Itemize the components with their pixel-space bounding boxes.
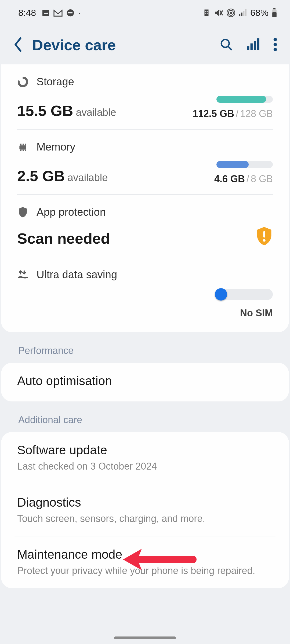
dnd-icon bbox=[66, 9, 75, 17]
svg-rect-16 bbox=[273, 8, 276, 9]
auto-optimisation-row[interactable]: Auto optimisation bbox=[1, 363, 289, 401]
no-sim-text: No SIM bbox=[17, 308, 273, 319]
sim-icon bbox=[202, 9, 211, 17]
status-left: 8:48 · bbox=[18, 8, 81, 18]
signal-icon bbox=[238, 9, 247, 17]
gmail-icon bbox=[53, 9, 63, 17]
storage-icon bbox=[17, 76, 28, 87]
svg-rect-21 bbox=[247, 46, 249, 50]
hotspot-icon bbox=[227, 9, 235, 17]
memory-suffix: available bbox=[67, 172, 108, 183]
svg-point-26 bbox=[274, 43, 277, 46]
svg-point-6 bbox=[207, 13, 208, 14]
svg-rect-24 bbox=[257, 38, 259, 50]
mute-icon bbox=[214, 9, 223, 17]
additional-card: Software update Last checked on 3 Octobe… bbox=[1, 432, 289, 588]
protection-label: App protection bbox=[37, 206, 106, 218]
protection-status: Scan needed bbox=[17, 230, 110, 247]
auto-opt-card: Auto optimisation bbox=[1, 363, 289, 401]
summary-card: Storage 15.5 GBavailable 112.5 GB/128 GB… bbox=[1, 64, 289, 332]
performance-header: Performance bbox=[0, 332, 290, 363]
additional-header: Additional care bbox=[0, 401, 290, 432]
svg-point-5 bbox=[205, 13, 206, 14]
ultra-label: Ultra data saving bbox=[37, 269, 117, 281]
data-saving-icon bbox=[17, 269, 28, 280]
software-title: Software update bbox=[17, 443, 273, 457]
ultra-row[interactable]: Ultra data saving No SIM bbox=[1, 257, 289, 332]
shield-icon bbox=[17, 207, 28, 218]
svg-rect-23 bbox=[254, 41, 256, 50]
svg-line-20 bbox=[228, 46, 231, 50]
storage-usage: 112.5 GB/128 GB bbox=[193, 108, 273, 119]
memory-value: 2.5 GB bbox=[17, 167, 65, 184]
diagnostics-title: Diagnostics bbox=[17, 495, 273, 510]
overflow-button[interactable] bbox=[273, 38, 277, 52]
battery-icon bbox=[272, 8, 277, 17]
ultra-toggle[interactable] bbox=[216, 289, 273, 300]
memory-icon bbox=[17, 141, 28, 153]
storage-label: Storage bbox=[37, 76, 74, 88]
status-time: 8:48 bbox=[18, 8, 36, 18]
maintenance-sub: Protect your privacy while your phone is… bbox=[17, 564, 273, 577]
back-button[interactable] bbox=[13, 37, 23, 53]
diagnostics-sub: Touch screen, sensors, charging, and mor… bbox=[17, 512, 273, 525]
protection-row[interactable]: App protection Scan needed bbox=[1, 195, 289, 257]
gesture-bar[interactable] bbox=[114, 636, 176, 639]
svg-rect-13 bbox=[241, 12, 242, 16]
diagnostics-row[interactable]: Diagnostics Touch screen, sensors, charg… bbox=[1, 484, 289, 536]
storage-suffix: available bbox=[76, 107, 116, 118]
svg-point-25 bbox=[274, 38, 277, 41]
svg-point-38 bbox=[263, 239, 266, 242]
auto-opt-title: Auto optimisation bbox=[17, 374, 273, 388]
svg-rect-22 bbox=[251, 43, 253, 50]
header: Device care bbox=[0, 23, 290, 64]
memory-usage: 4.6 GB/8 GB bbox=[214, 173, 273, 185]
gallery-icon bbox=[41, 9, 50, 17]
software-update-row[interactable]: Software update Last checked on 3 Octobe… bbox=[1, 432, 289, 484]
svg-rect-37 bbox=[263, 231, 265, 238]
software-sub: Last checked on 3 October 2024 bbox=[17, 460, 273, 473]
svg-rect-12 bbox=[239, 14, 240, 16]
status-bar: 8:48 · 68% bbox=[0, 0, 290, 23]
storage-bar bbox=[216, 96, 273, 103]
maintenance-title: Maintenance mode bbox=[17, 547, 273, 562]
shield-alert-icon bbox=[256, 226, 273, 247]
maintenance-row[interactable]: Maintenance mode Protect your privacy wh… bbox=[1, 536, 289, 588]
status-right: 68% bbox=[202, 8, 277, 18]
storage-row[interactable]: Storage 15.5 GBavailable 112.5 GB/128 GB bbox=[1, 64, 289, 129]
svg-point-27 bbox=[274, 48, 277, 51]
svg-rect-14 bbox=[243, 11, 244, 16]
memory-row[interactable]: Memory 2.5 GBavailable 4.6 GB/8 GB bbox=[1, 130, 289, 194]
svg-rect-0 bbox=[42, 10, 49, 16]
storage-value: 15.5 GB bbox=[17, 102, 73, 119]
page-title: Device care bbox=[32, 36, 210, 54]
svg-rect-15 bbox=[245, 9, 247, 16]
memory-bar bbox=[216, 161, 273, 168]
battery-percent: 68% bbox=[250, 8, 269, 18]
svg-point-9 bbox=[230, 12, 232, 14]
svg-rect-18 bbox=[272, 12, 277, 17]
svg-point-4 bbox=[207, 11, 208, 12]
svg-point-3 bbox=[205, 11, 206, 12]
usage-button[interactable] bbox=[247, 38, 260, 52]
search-button[interactable] bbox=[220, 38, 233, 52]
memory-label: Memory bbox=[37, 141, 75, 153]
header-actions bbox=[220, 38, 277, 52]
svg-rect-2 bbox=[68, 12, 73, 13]
svg-rect-28 bbox=[19, 145, 26, 149]
